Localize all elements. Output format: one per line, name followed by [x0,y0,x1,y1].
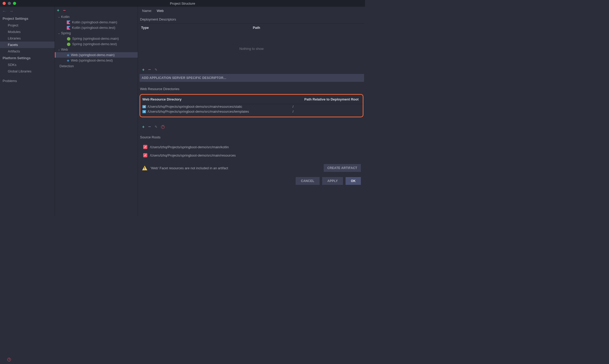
tree-item-kotlin-test[interactable]: Kotlin (springboot-demo.test) [55,25,138,30]
edit-wrd-icon[interactable]: ✎ [155,125,157,129]
tree-group-kotlin[interactable]: ⌄ Kotlin [55,14,138,19]
source-root-row[interactable]: ✓ /Users/lzhq/Projects/springboot-demo/s… [140,143,363,151]
tree-group-spring[interactable]: ⌄ Spring [55,30,138,36]
chevron-down-icon: ⌄ [58,32,60,35]
add-facet-icon[interactable]: + [57,8,59,13]
wrd-row[interactable]: ▲ /Users/lzhq/Projects/springboot-demo/s… [140,109,363,114]
wrd-table-header: Web Resource Directory Path Relative to … [140,95,363,104]
tree-item-kotlin-main[interactable]: Kotlin (springboot-demo.main) [55,19,138,25]
add-server-descriptor-button[interactable]: ADD APPLICATION SERVER SPECIFIC DESCRIPT… [140,74,364,82]
project-settings-header: Project Settings [0,15,55,22]
platform-settings-header: Platform Settings [0,55,55,62]
create-artifact-button[interactable]: CREATE ARTIFACT [324,164,361,172]
edit-descriptor-icon[interactable]: ✎ [155,68,157,72]
sidebar-item-artifacts[interactable]: Artifacts [0,48,55,55]
sidebar-item-facets[interactable]: Facets [0,42,55,48]
remove-facet-icon[interactable]: − [63,8,66,13]
detection-item[interactable]: Detection [55,63,138,69]
kotlin-icon [67,26,70,30]
window-title: Project Structure [170,2,195,5]
wrd-row[interactable]: ▲ /Users/lzhq/Projects/springboot-demo/s… [140,104,363,109]
help-wrd-icon[interactable]: ? [161,125,165,129]
titlebar: Project Structure [0,0,365,7]
spring-icon: ⬤ [67,37,71,41]
descriptors-table-header: Type Path [139,23,364,32]
tree-item-web-test[interactable]: ◈ Web (springboot-demo.test) [55,58,138,63]
deployment-descriptors-title: Deployment Descriptors [139,16,364,23]
chevron-down-icon: ⌄ [58,48,60,51]
web-resource-directories-title: Web Resource Directories [139,85,364,93]
tree-item-spring-main[interactable]: ⬤ Spring (springboot-demo.main) [55,36,138,41]
folder-icon: ▲ [142,105,146,108]
nav-forward-icon[interactable]: → [9,9,14,14]
col-path: Path [253,26,362,30]
warning-icon [142,166,147,170]
sidebar-item-sdks[interactable]: SDKs [0,62,55,68]
spring-icon: ⬤ [67,42,71,46]
nav-back-icon[interactable]: ← [2,9,6,14]
minimize-window-button[interactable] [8,2,11,5]
sidebar-item-project[interactable]: Project [0,22,55,29]
wrd-col-directory: Web Resource Directory [142,97,293,101]
nothing-to-show-label: Nothing to show [239,47,263,51]
web-icon: ◈ [67,58,69,62]
add-wrd-icon[interactable]: + [142,125,144,129]
apply-button[interactable]: APPLY [322,177,343,185]
tree-item-spring-test[interactable]: ⬤ Spring (springboot-demo.test) [55,41,138,47]
chevron-down-icon: ⌄ [58,15,60,18]
descriptors-table-body: Nothing to show [139,32,364,65]
source-roots-title: Source Roots [139,134,364,141]
col-type: Type [141,26,253,30]
ok-button[interactable]: OK [346,177,361,185]
tree-item-web-main[interactable]: ◈ Web (springboot-demo.main) [55,52,138,58]
close-window-button[interactable] [3,2,6,5]
maximize-window-button[interactable] [13,2,16,5]
name-label: Name: [142,9,152,13]
checkbox-checked-icon[interactable]: ✓ [143,153,147,157]
kotlin-icon [67,21,70,24]
folder-icon: ▲ [142,110,146,113]
web-icon: ◈ [67,53,69,57]
remove-wrd-icon[interactable]: − [148,124,151,130]
add-descriptor-icon[interactable]: + [142,68,144,72]
sidebar-item-problems[interactable]: Problems [0,78,55,84]
sidebar-item-modules[interactable]: Modules [0,29,55,35]
sidebar-item-libraries[interactable]: Libraries [0,35,55,42]
wrd-col-relative: Path Relative to Deployment Root [293,97,361,101]
source-root-row[interactable]: ✓ /Users/lzhq/Projects/springboot-demo/s… [140,151,363,159]
checkbox-checked-icon[interactable]: ✓ [143,145,147,149]
web-resource-directories-box: Web Resource Directory Path Relative to … [140,94,363,117]
remove-descriptor-icon[interactable]: − [148,67,151,72]
cancel-button[interactable]: CANCEL [296,177,320,185]
warning-text: 'Web' Facet resources are not included i… [150,166,321,170]
tree-group-web[interactable]: ⌄ Web [55,47,138,52]
sidebar-item-global-libraries[interactable]: Global Libraries [0,68,55,75]
facet-name-value[interactable]: Web [157,9,164,13]
